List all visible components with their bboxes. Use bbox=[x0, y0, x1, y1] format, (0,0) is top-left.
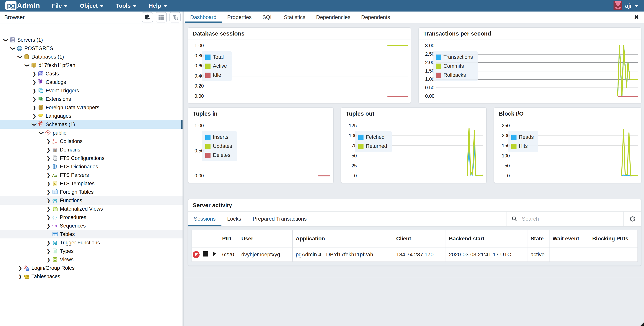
tree-item-tablespaces[interactable]: ❯Tablespaces bbox=[0, 272, 182, 281]
terminate-session-button[interactable] bbox=[203, 251, 208, 256]
sequences-icon: 1..3 bbox=[52, 223, 58, 229]
tree-item-postgres[interactable]: ❯POSTGRES bbox=[0, 44, 182, 53]
legend-label: Commits bbox=[444, 63, 464, 69]
tree-item-types[interactable]: ❯Types bbox=[0, 247, 182, 255]
tab-dependencies[interactable]: Dependencies bbox=[311, 12, 356, 23]
menu-object[interactable]: Object bbox=[80, 3, 103, 9]
tree-expander-icon[interactable]: ❯ bbox=[46, 207, 50, 211]
legend-label: Returned bbox=[366, 143, 387, 149]
query-tool-button[interactable] bbox=[142, 12, 153, 23]
tree-expander-icon[interactable]: ❯ bbox=[32, 71, 36, 76]
tree-item-label: Collations bbox=[60, 138, 83, 144]
cell-blocking-pids bbox=[589, 247, 638, 262]
activity-tab-prepared-transactions[interactable]: Prepared Transactions bbox=[247, 212, 312, 226]
tree-item-fts-dictionaries[interactable]: ❯FTS Dictionaries bbox=[0, 162, 182, 171]
tree-expander-icon[interactable]: ❯ bbox=[25, 63, 30, 67]
tree-item-schemas-1[interactable]: ❯Schemas (1) bbox=[0, 120, 182, 129]
tab-dashboard[interactable]: Dashboard bbox=[185, 12, 222, 23]
tree-expander-icon[interactable]: ❯ bbox=[46, 224, 50, 228]
tree-expander-icon[interactable]: ❯ bbox=[18, 55, 22, 59]
tree-expander-icon[interactable]: ❯ bbox=[46, 139, 50, 144]
tree-expander-icon[interactable]: ❯ bbox=[46, 173, 50, 178]
tab-properties[interactable]: Properties bbox=[222, 12, 257, 23]
legend-label: Deletes bbox=[213, 152, 230, 158]
tree-item-servers-1[interactable]: ❯Servers (1) bbox=[0, 36, 182, 44]
tree-item-catalogs[interactable]: ❯Catalogs bbox=[0, 78, 182, 86]
tree-item-trigger-functions[interactable]: ❯{}Trigger Functions bbox=[0, 238, 182, 247]
collations-icon: AB bbox=[52, 138, 58, 144]
tree-expander-icon[interactable]: ❯ bbox=[4, 38, 8, 42]
filtered-rows-icon bbox=[172, 14, 178, 21]
tree-expander-icon[interactable]: ❯ bbox=[32, 114, 36, 118]
tree-expander-icon[interactable]: ❯ bbox=[10, 47, 15, 51]
legend-entry: Hits bbox=[511, 143, 534, 149]
menu-tools[interactable]: Tools bbox=[116, 3, 136, 9]
view-data-button[interactable] bbox=[156, 12, 167, 23]
tree-item-d17fekh11pf2ah[interactable]: ❯d17fekh11pf2ah bbox=[0, 61, 182, 70]
schemas-icon bbox=[38, 121, 44, 127]
tree-expander-icon[interactable]: ❯ bbox=[32, 105, 36, 110]
tree-item-sequences[interactable]: ❯1..3Sequences bbox=[0, 222, 182, 230]
tab-statistics[interactable]: Statistics bbox=[278, 12, 311, 23]
tree-item-collations[interactable]: ❯ABCollations bbox=[0, 137, 182, 145]
chart-title: Tuples in bbox=[193, 110, 218, 117]
browser-toolbar bbox=[142, 12, 180, 23]
tree-item-extensions[interactable]: ❯Extensions bbox=[0, 95, 182, 103]
tree-expander-icon[interactable]: ❯ bbox=[46, 240, 50, 245]
tree-item-fts-templates[interactable]: ❯FTS Templates bbox=[0, 179, 182, 188]
pgadmin-logo-admin: Admin bbox=[17, 2, 40, 10]
tab-sql[interactable]: SQL bbox=[257, 12, 278, 23]
tree-expander-icon[interactable]: ❯ bbox=[46, 181, 50, 186]
tree-expander-icon[interactable]: ❯ bbox=[46, 156, 50, 161]
tree-item-views[interactable]: ❯Views bbox=[0, 255, 182, 264]
tree-item-functions[interactable]: ❯{}Functions bbox=[0, 196, 182, 205]
user-menu[interactable]: ajr bbox=[614, 1, 638, 10]
search-input[interactable] bbox=[522, 216, 602, 222]
tree-expander-icon[interactable]: ❯ bbox=[46, 147, 50, 152]
pgadmin-logo[interactable]: pg Admin bbox=[5, 1, 40, 10]
tree-item-languages[interactable]: ❯Languages bbox=[0, 112, 182, 120]
filtered-rows-button[interactable] bbox=[170, 12, 180, 23]
tree-expander-icon[interactable]: ❯ bbox=[46, 190, 50, 195]
tree-item-login-group-roles[interactable]: ❯Login/Group Roles bbox=[0, 264, 182, 272]
tree-expander-icon[interactable]: ❯ bbox=[32, 80, 36, 85]
tree-expander-icon[interactable]: ❯ bbox=[46, 257, 50, 262]
close-panel-icon[interactable]: ✖ bbox=[629, 12, 644, 23]
tree-item-fts-configurations[interactable]: ❯FTS Configurations bbox=[0, 154, 182, 162]
tree-item-domains[interactable]: ❯Domains bbox=[0, 145, 182, 154]
tree-expander-icon[interactable]: ❯ bbox=[46, 215, 50, 220]
menu-file[interactable]: File bbox=[52, 3, 68, 9]
y-tick-label: 2.50 bbox=[419, 51, 434, 57]
fts-configurations-icon bbox=[52, 155, 58, 161]
tree-item-event-triggers[interactable]: ❯Event Triggers bbox=[0, 86, 182, 95]
tree-item-foreign-data-wrappers[interactable]: ❯Foreign Data Wrappers bbox=[0, 103, 182, 112]
tree-expander-icon[interactable]: ❯ bbox=[18, 274, 22, 279]
tree-item-databases-1[interactable]: ❯Databases (1) bbox=[0, 53, 182, 61]
svg-text:a: a bbox=[55, 174, 57, 177]
tree-item-tables[interactable]: Tables bbox=[0, 230, 182, 238]
cell-state: active bbox=[528, 247, 550, 262]
expand-row-button[interactable] bbox=[212, 251, 216, 256]
refresh-button[interactable] bbox=[624, 212, 641, 226]
tree-expander-icon[interactable]: ❯ bbox=[18, 266, 22, 270]
tree-item-fts-parsers[interactable]: ❯AaFTS Parsers bbox=[0, 171, 182, 179]
tree-expander-icon[interactable]: ❯ bbox=[32, 88, 36, 93]
tree-expander-icon[interactable]: ❯ bbox=[46, 249, 50, 254]
tree-item-foreign-tables[interactable]: ❯Foreign Tables bbox=[0, 188, 182, 196]
tree-expander-icon[interactable]: ❯ bbox=[39, 131, 44, 135]
tree-item-label: Materialized Views bbox=[60, 206, 103, 212]
activity-tab-sessions[interactable]: Sessions bbox=[188, 212, 222, 226]
tree-expander-icon[interactable]: ❯ bbox=[32, 97, 36, 102]
cancel-query-button[interactable]: ✖ bbox=[193, 251, 200, 258]
resize-grip[interactable] bbox=[640, 322, 644, 325]
tree-expander-icon[interactable]: ❯ bbox=[46, 164, 50, 169]
activity-tab-locks[interactable]: Locks bbox=[222, 212, 247, 226]
menu-help[interactable]: Help bbox=[149, 3, 167, 9]
tab-dependents[interactable]: Dependents bbox=[356, 12, 396, 23]
tree-item-public[interactable]: ❯public bbox=[0, 129, 182, 137]
tree-expander-icon[interactable]: ❯ bbox=[46, 198, 50, 203]
tree-item-materialized-views[interactable]: ❯Materialized Views bbox=[0, 205, 182, 213]
tree-item-casts[interactable]: ❯Casts bbox=[0, 70, 182, 78]
tree-expander-icon[interactable]: ❯ bbox=[32, 122, 36, 126]
tree-item-procedures[interactable]: ❯{}Procedures bbox=[0, 213, 182, 222]
